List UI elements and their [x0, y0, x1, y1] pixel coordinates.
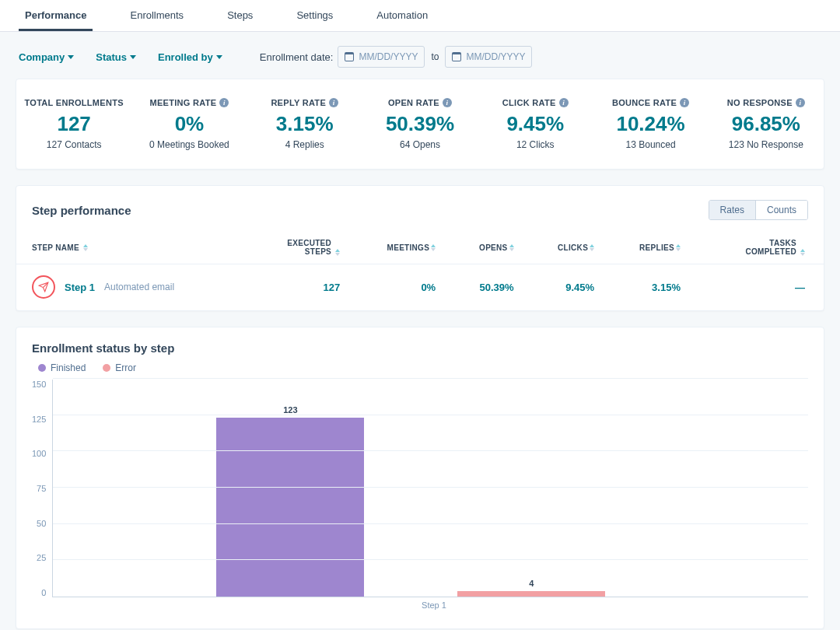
- legend-finished[interactable]: Finished: [38, 362, 86, 373]
- step-performance-table: STEP NAME EXECUTED STEPS MEETINGS OPENS …: [16, 229, 824, 310]
- metric-sub: 123 No Response: [709, 139, 824, 150]
- metric-card: REPLY RATEi3.15%4 Replies: [247, 98, 362, 150]
- enrolled-by-filter-label: Enrolled by: [158, 51, 213, 63]
- enrollment-date-from[interactable]: MM/DD/YYYY: [338, 46, 425, 68]
- chevron-down-icon: [130, 55, 136, 59]
- col-clicks[interactable]: CLICKS: [558, 243, 588, 252]
- enrollment-chart: 1501251007550250 1234: [32, 380, 808, 597]
- metric-label: CLICK RATEi: [478, 98, 593, 107]
- enrollment-chart-title: Enrollment status by step: [32, 341, 808, 355]
- rates-counts-toggle: Rates Counts: [709, 200, 808, 220]
- metric-label: NO RESPONSEi: [709, 98, 824, 107]
- col-step-name[interactable]: STEP NAME: [32, 243, 79, 252]
- info-icon[interactable]: i: [219, 98, 229, 107]
- y-tick: 75: [37, 484, 46, 493]
- legend-error[interactable]: Error: [103, 362, 136, 373]
- bar-value-label: 123: [216, 405, 364, 415]
- metric-sub: 13 Bounced: [593, 139, 708, 150]
- metric-sub: 0 Meetings Booked: [131, 139, 247, 150]
- col-executed-steps[interactable]: EXECUTED STEPS: [269, 239, 331, 256]
- swatch-icon: [38, 364, 46, 372]
- toggle-rates[interactable]: Rates: [709, 201, 755, 219]
- step-1-replies: 3.15%: [608, 264, 695, 310]
- bar-value-label: 4: [457, 579, 605, 588]
- chevron-down-icon: [216, 55, 222, 59]
- step-1-executed: 127: [231, 264, 354, 310]
- swatch-icon: [103, 364, 110, 372]
- metric-card: BOUNCE RATEi10.24%13 Bounced: [593, 98, 708, 150]
- tab-settings[interactable]: Settings: [290, 0, 339, 31]
- enrolled-by-filter[interactable]: Enrolled by: [158, 51, 222, 63]
- metric-label: MEETING RATEi: [131, 98, 247, 107]
- sort-icon: [800, 249, 805, 256]
- info-icon[interactable]: i: [559, 98, 569, 107]
- x-axis-label: Step 1: [60, 597, 808, 610]
- filter-bar: Company Status Enrolled by Enrollment da…: [0, 32, 840, 79]
- enrollment-date-from-placeholder: MM/DD/YYYY: [359, 51, 418, 62]
- col-replies[interactable]: REPLIES: [639, 243, 674, 252]
- step-1-opens: 50.39%: [450, 264, 527, 310]
- step-performance-title: Step performance: [32, 204, 131, 217]
- enrollment-date-to-placeholder: MM/DD/YYYY: [466, 51, 525, 62]
- metric-label: TOTAL ENROLLMENTS: [16, 98, 131, 107]
- metric-sub: 64 Opens: [362, 139, 478, 150]
- enrollment-chart-section: Enrollment status by step Finished Error…: [16, 327, 824, 629]
- status-filter-label: Status: [96, 51, 127, 63]
- metric-label: REPLY RATEi: [247, 98, 362, 107]
- sort-icon: [509, 244, 514, 251]
- metric-value: 9.45%: [478, 112, 593, 136]
- tab-enrollments[interactable]: Enrollments: [124, 0, 190, 31]
- y-tick: 150: [32, 380, 46, 389]
- metric-sub: 12 Clicks: [478, 139, 593, 150]
- metric-sub: 4 Replies: [247, 139, 362, 150]
- step-1-name: Step 1: [65, 282, 95, 293]
- tab-steps[interactable]: Steps: [221, 0, 259, 31]
- legend-finished-label: Finished: [51, 362, 86, 373]
- company-filter[interactable]: Company: [19, 51, 74, 63]
- metric-card: TOTAL ENROLLMENTS127127 Contacts: [16, 98, 131, 150]
- step-1-meetings: 0%: [354, 264, 450, 310]
- table-row[interactable]: Step 1 Automated email 127 0% 50.39% 9.4…: [16, 264, 824, 310]
- col-opens[interactable]: OPENS: [479, 243, 508, 252]
- toggle-counts[interactable]: Counts: [755, 201, 807, 219]
- y-tick: 100: [32, 449, 46, 458]
- calendar-icon: [345, 52, 354, 61]
- y-tick: 125: [32, 415, 46, 424]
- info-icon[interactable]: i: [329, 98, 338, 107]
- col-tasks-completed[interactable]: TASKS COMPLETED: [734, 239, 796, 256]
- bar-finished[interactable]: 123: [216, 418, 364, 597]
- metric-card: NO RESPONSEi96.85%123 No Response: [709, 98, 824, 150]
- metric-value: 0%: [131, 112, 247, 136]
- step-performance-section: Step performance Rates Counts STEP NAME …: [16, 185, 824, 311]
- enrollment-date-to[interactable]: MM/DD/YYYY: [445, 46, 532, 68]
- info-icon[interactable]: i: [443, 98, 452, 107]
- metric-card: OPEN RATEi50.39%64 Opens: [362, 98, 478, 150]
- tab-performance[interactable]: Performance: [19, 0, 93, 31]
- y-tick: 50: [37, 519, 46, 528]
- bar-error[interactable]: 4: [457, 591, 605, 597]
- step-1-type: Automated email: [104, 282, 174, 292]
- metrics-panel: TOTAL ENROLLMENTS127127 ContactsMEETING …: [16, 79, 824, 170]
- metric-label: BOUNCE RATEi: [593, 98, 708, 107]
- status-filter[interactable]: Status: [96, 51, 136, 63]
- metric-card: MEETING RATEi0%0 Meetings Booked: [131, 98, 247, 150]
- chevron-down-icon: [68, 55, 74, 59]
- col-meetings[interactable]: MEETINGS: [387, 243, 430, 252]
- metric-value: 127: [16, 112, 131, 136]
- tab-automation[interactable]: Automation: [370, 0, 434, 31]
- sort-icon: [431, 244, 436, 251]
- info-icon[interactable]: i: [796, 98, 805, 107]
- sort-icon: [676, 244, 681, 251]
- sort-icon: [590, 244, 594, 251]
- enrollment-date-label: Enrollment date:: [260, 51, 334, 63]
- metric-value: 96.85%: [709, 112, 824, 136]
- calendar-icon: [452, 52, 461, 61]
- y-tick: 25: [37, 553, 46, 562]
- metric-label: OPEN RATEi: [362, 98, 478, 107]
- metric-value: 3.15%: [247, 112, 362, 136]
- metric-value: 50.39%: [362, 112, 478, 136]
- metric-card: CLICK RATEi9.45%12 Clicks: [478, 98, 593, 150]
- step-1-tasks: —: [695, 264, 824, 310]
- legend-error-label: Error: [115, 362, 136, 373]
- info-icon[interactable]: i: [680, 98, 689, 107]
